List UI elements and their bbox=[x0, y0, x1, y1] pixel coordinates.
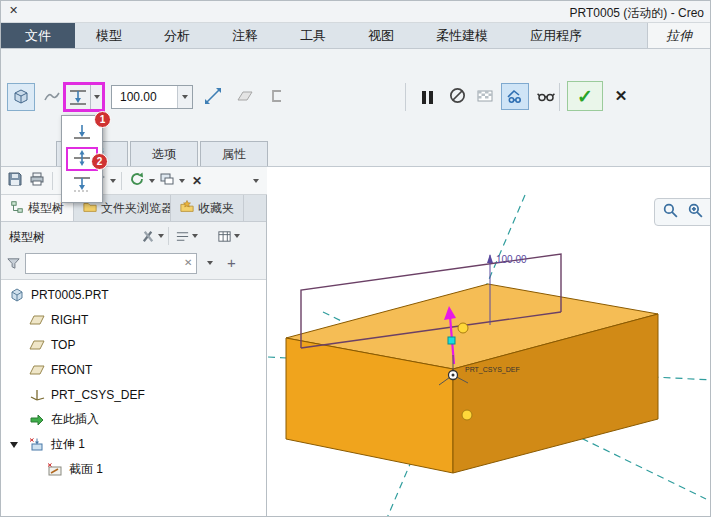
tree-row-extrude-1[interactable]: 拉伸 1 bbox=[1, 432, 266, 457]
remove-material-icon bbox=[235, 86, 255, 109]
ribbon-tab-bar: 文件 模型 分析 注释 工具 视图 柔性建模 应用程序 拉伸 bbox=[1, 23, 710, 49]
tree-settings-button[interactable] bbox=[139, 227, 157, 245]
ok-button[interactable]: ✓ bbox=[567, 81, 603, 111]
model-tree-title: 模型树 bbox=[9, 229, 45, 246]
toolbar-overflow-icon[interactable] bbox=[253, 179, 259, 183]
tree-row-csys[interactable]: PRT_CSYS_DEF bbox=[1, 382, 266, 407]
tree-settings-dropdown-icon[interactable] bbox=[158, 234, 164, 238]
depth-value-combo[interactable]: 100.00 bbox=[111, 85, 193, 109]
regenerate-button[interactable] bbox=[127, 171, 147, 191]
tab-analysis[interactable]: 分析 bbox=[143, 23, 211, 48]
navigator-tabs: 模型树 文件夹浏览器 收藏夹 bbox=[1, 195, 266, 222]
filter-clear-icon[interactable]: ✕ bbox=[184, 257, 192, 268]
zoom-in-button[interactable] bbox=[687, 202, 704, 222]
csys-label: PRT_CSYS_DEF bbox=[465, 366, 520, 374]
filter-dropdown-icon[interactable] bbox=[207, 261, 213, 265]
graphics-area[interactable]: 100.00 PRT_CSYS_DEF bbox=[268, 167, 710, 516]
tree-row-section-1[interactable]: 截面 1 bbox=[1, 457, 266, 482]
tree-filter-row: ✕ + bbox=[1, 250, 266, 278]
remove-material-button[interactable] bbox=[231, 83, 259, 111]
tab-tools[interactable]: 工具 bbox=[279, 23, 347, 48]
tree-row-datum-right[interactable]: RIGHT bbox=[1, 307, 266, 332]
depth-dimension-value[interactable]: 100.00 bbox=[496, 254, 527, 265]
offset-drag-handle[interactable] bbox=[462, 410, 472, 420]
unattached-preview-button[interactable] bbox=[473, 85, 497, 109]
depth-type-combo[interactable] bbox=[63, 82, 105, 112]
expand-collapse-icon[interactable] bbox=[10, 442, 18, 448]
tab-properties[interactable]: 属性 bbox=[200, 141, 268, 166]
attached-preview-button[interactable] bbox=[501, 83, 529, 110]
close-window-button[interactable]: ✕ bbox=[187, 171, 207, 191]
tree-label: 截面 1 bbox=[69, 461, 103, 478]
tab-extrude-context[interactable]: 拉伸 bbox=[647, 23, 710, 48]
tab-annotate[interactable]: 注释 bbox=[211, 23, 279, 48]
zoom-fit-button[interactable] bbox=[662, 202, 679, 222]
depth-drag-handle[interactable] bbox=[458, 323, 468, 333]
depth-option-to-next[interactable] bbox=[66, 173, 98, 197]
tree-row-datum-top[interactable]: TOP bbox=[1, 332, 266, 357]
tab-favorites-label: 收藏夹 bbox=[198, 200, 234, 217]
tab-view[interactable]: 视图 bbox=[347, 23, 415, 48]
tree-search-input[interactable] bbox=[25, 253, 197, 274]
datum-plane-icon bbox=[29, 337, 45, 353]
tree-columns-dropdown-icon[interactable] bbox=[234, 234, 240, 238]
ribbon-divider bbox=[405, 83, 406, 111]
tree-label: 拉伸 1 bbox=[51, 436, 85, 453]
tab-folder-browser-label: 文件夹浏览器 bbox=[101, 200, 171, 217]
tab-applications[interactable]: 应用程序 bbox=[509, 23, 603, 48]
coordinate-system-icon bbox=[29, 387, 45, 403]
depth-value-dropdown-icon[interactable] bbox=[177, 86, 192, 108]
insert-here-icon bbox=[29, 412, 45, 428]
titlebar: ✕ PRT0005 (活动的) - Creo bbox=[1, 1, 710, 23]
tree-display-dropdown-icon[interactable] bbox=[192, 234, 198, 238]
extrude-feature-icon bbox=[29, 437, 45, 453]
depth-dropdown-arrow-icon[interactable] bbox=[90, 85, 102, 109]
windows-dropdown-icon[interactable] bbox=[179, 179, 185, 183]
flip-direction-button[interactable] bbox=[199, 83, 227, 111]
verify-preview-button[interactable] bbox=[534, 85, 558, 109]
extrude-solid-button[interactable] bbox=[7, 83, 35, 111]
tab-model[interactable]: 模型 bbox=[75, 23, 143, 48]
tree-columns-button[interactable] bbox=[215, 227, 233, 245]
windows-button[interactable] bbox=[157, 171, 177, 191]
window-title: PRT0005 (活动的) - Creo bbox=[570, 5, 704, 22]
filter-add-icon[interactable]: + bbox=[227, 254, 236, 271]
close-icon[interactable]: ✕ bbox=[9, 4, 18, 17]
depth-to-next-icon bbox=[70, 175, 94, 196]
depth-blind-icon bbox=[66, 87, 90, 107]
surface-icon bbox=[42, 86, 62, 109]
tab-model-tree-label: 模型树 bbox=[28, 200, 64, 217]
filter-funnel-icon[interactable] bbox=[6, 256, 21, 274]
glasses-icon bbox=[536, 86, 556, 109]
tab-file[interactable]: 文件 bbox=[1, 23, 75, 48]
regenerate-dropdown-icon[interactable] bbox=[149, 179, 155, 183]
redo-dropdown-icon[interactable] bbox=[110, 179, 116, 183]
tree-label: PRT0005.PRT bbox=[31, 288, 109, 302]
thicken-icon bbox=[267, 86, 287, 109]
thicken-sketch-button[interactable] bbox=[263, 83, 291, 111]
tab-favorites[interactable]: 收藏夹 bbox=[171, 195, 244, 221]
cancel-button[interactable]: ✕ bbox=[609, 83, 633, 109]
favorites-star-icon bbox=[180, 200, 194, 217]
midpoint-handle[interactable] bbox=[448, 337, 455, 344]
print-icon bbox=[29, 171, 45, 190]
toolbar-divider bbox=[52, 172, 53, 190]
save-button[interactable] bbox=[5, 171, 25, 191]
depth-value-field[interactable]: 100.00 bbox=[112, 90, 177, 104]
depth-option-blind[interactable] bbox=[66, 121, 98, 145]
tree-row-datum-front[interactable]: FRONT bbox=[1, 357, 266, 382]
tree-display-filter-button[interactable] bbox=[173, 227, 191, 245]
extrude-preview-model[interactable] bbox=[286, 284, 658, 473]
toolbar-divider bbox=[168, 227, 169, 245]
zoom-toolbar bbox=[654, 198, 710, 226]
no-preview-button[interactable] bbox=[445, 85, 469, 109]
datum-plane-icon bbox=[29, 362, 45, 378]
extrude-surface-button[interactable] bbox=[38, 83, 66, 111]
print-button[interactable] bbox=[27, 171, 47, 191]
tree-row-insert-here[interactable]: 在此插入 bbox=[1, 407, 266, 432]
pause-button[interactable] bbox=[415, 85, 439, 109]
extrude-dashboard: 1 100.00 bbox=[1, 49, 710, 167]
tree-row-part[interactable]: PRT0005.PRT bbox=[1, 282, 266, 307]
tab-options[interactable]: 选项 bbox=[130, 141, 198, 166]
tab-flexible-modeling[interactable]: 柔性建模 bbox=[415, 23, 509, 48]
